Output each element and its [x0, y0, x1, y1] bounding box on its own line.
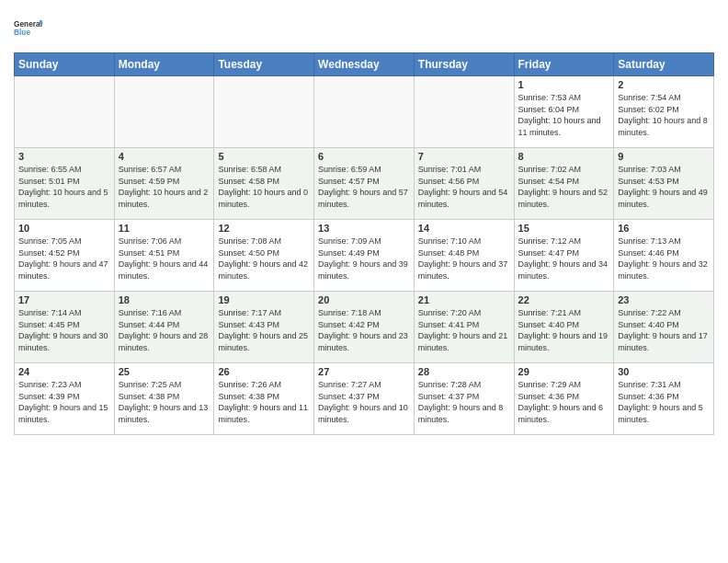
- weekday-saturday: Saturday: [614, 53, 714, 76]
- day-number: 13: [318, 223, 410, 234]
- day-number: 25: [119, 366, 210, 377]
- day-info: Sunrise: 6:55 AM Sunset: 5:01 PM Dayligh…: [18, 164, 110, 210]
- day-info: Sunrise: 7:23 AM Sunset: 4:39 PM Dayligh…: [18, 379, 110, 425]
- day-number: 1: [518, 79, 610, 90]
- day-info: Sunrise: 7:27 AM Sunset: 4:37 PM Dayligh…: [318, 379, 410, 425]
- calendar-cell: 14Sunrise: 7:10 AM Sunset: 4:48 PM Dayli…: [414, 220, 514, 292]
- week-row-4: 17Sunrise: 7:14 AM Sunset: 4:45 PM Dayli…: [15, 292, 714, 363]
- week-row-1: 1Sunrise: 7:53 AM Sunset: 6:04 PM Daylig…: [15, 76, 714, 148]
- calendar-cell: 2Sunrise: 7:54 AM Sunset: 6:02 PM Daylig…: [614, 76, 714, 148]
- day-number: 7: [418, 151, 510, 162]
- day-info: Sunrise: 7:54 AM Sunset: 6:02 PM Dayligh…: [618, 92, 710, 138]
- day-number: 3: [18, 151, 110, 162]
- calendar-cell: 9Sunrise: 7:03 AM Sunset: 4:53 PM Daylig…: [614, 148, 714, 220]
- day-number: 27: [318, 366, 410, 377]
- page-container: General Blue SundayMondayTuesdayWednesda…: [0, 0, 728, 444]
- calendar-cell: [15, 76, 115, 148]
- weekday-sunday: Sunday: [15, 53, 115, 76]
- calendar-cell: 23Sunrise: 7:22 AM Sunset: 4:40 PM Dayli…: [614, 292, 714, 363]
- calendar-cell: 20Sunrise: 7:18 AM Sunset: 4:42 PM Dayli…: [314, 292, 415, 363]
- weekday-tuesday: Tuesday: [214, 53, 314, 76]
- calendar-cell: 7Sunrise: 7:01 AM Sunset: 4:56 PM Daylig…: [414, 148, 514, 220]
- logo-svg: General Blue: [14, 14, 43, 43]
- day-info: Sunrise: 7:13 AM Sunset: 4:46 PM Dayligh…: [618, 236, 710, 282]
- calendar-cell: 8Sunrise: 7:02 AM Sunset: 4:54 PM Daylig…: [514, 148, 614, 220]
- calendar-cell: 15Sunrise: 7:12 AM Sunset: 4:47 PM Dayli…: [514, 220, 614, 292]
- day-info: Sunrise: 7:21 AM Sunset: 4:40 PM Dayligh…: [518, 307, 610, 353]
- day-info: Sunrise: 7:29 AM Sunset: 4:36 PM Dayligh…: [518, 379, 610, 425]
- day-number: 21: [418, 294, 510, 305]
- day-number: 28: [418, 366, 510, 377]
- day-number: 14: [418, 223, 510, 234]
- calendar-cell: 4Sunrise: 6:57 AM Sunset: 4:59 PM Daylig…: [114, 148, 214, 220]
- day-info: Sunrise: 6:57 AM Sunset: 4:59 PM Dayligh…: [119, 164, 210, 210]
- day-info: Sunrise: 6:59 AM Sunset: 4:57 PM Dayligh…: [318, 164, 410, 210]
- day-info: Sunrise: 7:28 AM Sunset: 4:37 PM Dayligh…: [418, 379, 510, 425]
- day-info: Sunrise: 7:08 AM Sunset: 4:50 PM Dayligh…: [218, 236, 310, 282]
- day-number: 15: [518, 223, 610, 234]
- day-number: 17: [18, 294, 110, 305]
- day-info: Sunrise: 6:58 AM Sunset: 4:58 PM Dayligh…: [218, 164, 310, 210]
- day-number: 2: [618, 79, 710, 90]
- day-info: Sunrise: 7:02 AM Sunset: 4:54 PM Dayligh…: [518, 164, 610, 210]
- day-info: Sunrise: 7:18 AM Sunset: 4:42 PM Dayligh…: [318, 307, 410, 353]
- day-number: 8: [518, 151, 610, 162]
- calendar-cell: 16Sunrise: 7:13 AM Sunset: 4:46 PM Dayli…: [614, 220, 714, 292]
- calendar-cell: 17Sunrise: 7:14 AM Sunset: 4:45 PM Dayli…: [15, 292, 115, 363]
- calendar-cell: 6Sunrise: 6:59 AM Sunset: 4:57 PM Daylig…: [314, 148, 415, 220]
- calendar-cell: 13Sunrise: 7:09 AM Sunset: 4:49 PM Dayli…: [314, 220, 415, 292]
- calendar-cell: [414, 76, 514, 148]
- day-number: 10: [18, 223, 110, 234]
- day-number: 20: [318, 294, 410, 305]
- day-number: 30: [618, 366, 710, 377]
- day-info: Sunrise: 7:31 AM Sunset: 4:36 PM Dayligh…: [618, 379, 710, 425]
- day-number: 6: [318, 151, 410, 162]
- week-row-5: 24Sunrise: 7:23 AM Sunset: 4:39 PM Dayli…: [15, 363, 714, 435]
- logo: General Blue: [14, 14, 43, 43]
- calendar-cell: 18Sunrise: 7:16 AM Sunset: 4:44 PM Dayli…: [114, 292, 214, 363]
- day-info: Sunrise: 7:17 AM Sunset: 4:43 PM Dayligh…: [218, 307, 310, 353]
- day-number: 16: [618, 223, 710, 234]
- day-info: Sunrise: 7:12 AM Sunset: 4:47 PM Dayligh…: [518, 236, 610, 282]
- day-number: 18: [119, 294, 210, 305]
- day-number: 19: [218, 294, 310, 305]
- weekday-thursday: Thursday: [414, 53, 514, 76]
- day-number: 5: [218, 151, 310, 162]
- day-number: 11: [119, 223, 210, 234]
- calendar-cell: 21Sunrise: 7:20 AM Sunset: 4:41 PM Dayli…: [414, 292, 514, 363]
- day-number: 29: [518, 366, 610, 377]
- calendar-cell: 11Sunrise: 7:06 AM Sunset: 4:51 PM Dayli…: [114, 220, 214, 292]
- calendar-cell: 10Sunrise: 7:05 AM Sunset: 4:52 PM Dayli…: [15, 220, 115, 292]
- calendar-cell: 28Sunrise: 7:28 AM Sunset: 4:37 PM Dayli…: [414, 363, 514, 435]
- day-info: Sunrise: 7:26 AM Sunset: 4:38 PM Dayligh…: [218, 379, 310, 425]
- calendar-cell: [114, 76, 214, 148]
- day-number: 23: [618, 294, 710, 305]
- calendar-cell: 26Sunrise: 7:26 AM Sunset: 4:38 PM Dayli…: [214, 363, 314, 435]
- day-info: Sunrise: 7:22 AM Sunset: 4:40 PM Dayligh…: [618, 307, 710, 353]
- day-info: Sunrise: 7:05 AM Sunset: 4:52 PM Dayligh…: [18, 236, 110, 282]
- calendar-cell: 12Sunrise: 7:08 AM Sunset: 4:50 PM Dayli…: [214, 220, 314, 292]
- weekday-wednesday: Wednesday: [314, 53, 415, 76]
- day-number: 26: [218, 366, 310, 377]
- day-info: Sunrise: 7:14 AM Sunset: 4:45 PM Dayligh…: [18, 307, 110, 353]
- day-info: Sunrise: 7:10 AM Sunset: 4:48 PM Dayligh…: [418, 236, 510, 282]
- weekday-friday: Friday: [514, 53, 614, 76]
- calendar-cell: 19Sunrise: 7:17 AM Sunset: 4:43 PM Dayli…: [214, 292, 314, 363]
- day-info: Sunrise: 7:20 AM Sunset: 4:41 PM Dayligh…: [418, 307, 510, 353]
- calendar-cell: 22Sunrise: 7:21 AM Sunset: 4:40 PM Dayli…: [514, 292, 614, 363]
- day-number: 24: [18, 366, 110, 377]
- calendar-cell: 27Sunrise: 7:27 AM Sunset: 4:37 PM Dayli…: [314, 363, 415, 435]
- header-area: General Blue: [14, 14, 714, 43]
- calendar-table: SundayMondayTuesdayWednesdayThursdayFrid…: [14, 52, 714, 435]
- calendar-cell: 1Sunrise: 7:53 AM Sunset: 6:04 PM Daylig…: [514, 76, 614, 148]
- week-row-3: 10Sunrise: 7:05 AM Sunset: 4:52 PM Dayli…: [15, 220, 714, 292]
- calendar-cell: 30Sunrise: 7:31 AM Sunset: 4:36 PM Dayli…: [614, 363, 714, 435]
- calendar-cell: [314, 76, 415, 148]
- day-info: Sunrise: 7:01 AM Sunset: 4:56 PM Dayligh…: [418, 164, 510, 210]
- day-info: Sunrise: 7:03 AM Sunset: 4:53 PM Dayligh…: [618, 164, 710, 210]
- day-info: Sunrise: 7:16 AM Sunset: 4:44 PM Dayligh…: [119, 307, 210, 353]
- day-number: 9: [618, 151, 710, 162]
- day-info: Sunrise: 7:53 AM Sunset: 6:04 PM Dayligh…: [518, 92, 610, 138]
- calendar-cell: [214, 76, 314, 148]
- day-number: 4: [119, 151, 210, 162]
